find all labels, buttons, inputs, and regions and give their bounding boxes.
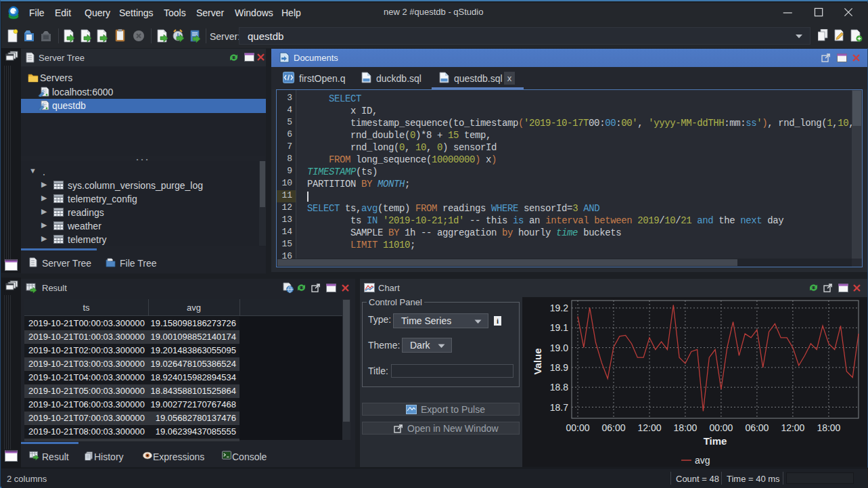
svg-text:12:00: 12:00 [781, 422, 804, 433]
svg-text:06:00: 06:00 [601, 422, 625, 433]
svg-text:18.8: 18.8 [550, 382, 568, 393]
svg-text:00:00: 00:00 [709, 422, 733, 433]
svg-text:18:00: 18:00 [673, 422, 697, 433]
svg-text:00:00: 00:00 [566, 422, 589, 433]
svg-text:19.0: 19.0 [550, 342, 568, 353]
svg-text:19.2: 19.2 [550, 303, 568, 313]
svg-text:18.7: 18.7 [550, 402, 568, 413]
svg-text:19.1: 19.1 [550, 322, 568, 333]
svg-text:18:00: 18:00 [817, 422, 840, 433]
svg-text:Time: Time [704, 435, 727, 447]
svg-text:12:00: 12:00 [637, 422, 661, 433]
svg-text:18.9: 18.9 [550, 362, 568, 373]
svg-text:Value: Value [532, 348, 543, 374]
svg-text:avg: avg [695, 455, 710, 466]
svg-text:06:00: 06:00 [745, 422, 769, 433]
